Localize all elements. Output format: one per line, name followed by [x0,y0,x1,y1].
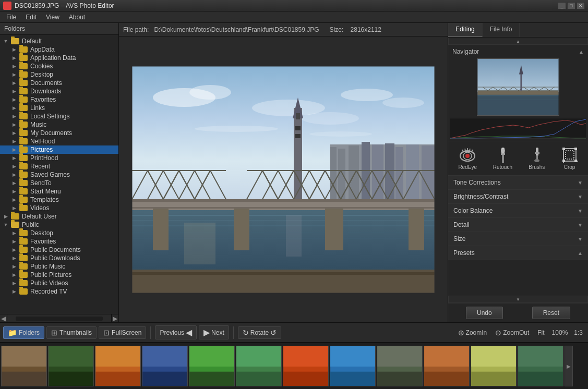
undo-button[interactable]: Undo [466,307,503,319]
horizontal-scrollbar-track[interactable] [16,317,103,321]
tree-expander-start_menu[interactable]: ▶ [10,188,18,195]
thumbnail-1[interactable] [1,346,47,386]
accordion-presets-header[interactable]: Presets ▲ [448,246,588,260]
tree-item-pictures[interactable]: ▶Pictures [0,145,118,154]
tree-item-pub_downloads[interactable]: ▶Public Downloads [0,254,118,262]
tree-item-appdata2[interactable]: ▶Application Data [0,54,118,62]
thumbnail-next-arrow[interactable]: ▶ [565,346,573,386]
tree-item-printhood[interactable]: ▶PrintHood [0,154,118,162]
tree-item-pub_pictures[interactable]: ▶Public Pictures [0,271,118,279]
tree-expander-pub_downloads[interactable]: ▶ [10,254,18,262]
tree-item-sendto[interactable]: ▶SendTo [0,179,118,187]
tree-item-templates[interactable]: ▶Templates [0,196,118,204]
tree-item-pub_music[interactable]: ▶Public Music [0,262,118,271]
tree-expander-appdata[interactable]: ▶ [10,46,18,53]
tree-expander-recorded_tv[interactable]: ▶ [10,288,18,295]
tree-expander-public[interactable]: ▼ [2,221,9,228]
tree-expander-cookies[interactable]: ▶ [10,63,18,70]
thumbnails-button[interactable]: ⊞ Thumbnails [46,326,97,339]
accordion-size-header[interactable]: Size ▼ [448,232,588,246]
accordion-detail-header[interactable]: Detail ▼ [448,218,588,232]
tree-expander-pictures[interactable]: ▶ [10,146,18,153]
thumbnail-7[interactable] [283,346,329,386]
menu-view[interactable]: View [42,13,64,22]
tree-item-start_menu[interactable]: ▶Start Menu [0,187,118,196]
previous-button[interactable]: Previous ◀ [155,325,197,339]
tree-expander-links[interactable]: ▶ [10,104,18,112]
menu-edit[interactable]: Edit [21,13,41,22]
minimize-button[interactable]: _ [558,2,566,9]
left-scrollbar[interactable]: ◀ ▶ [0,314,118,322]
tree-expander-documents[interactable]: ▶ [10,79,18,87]
tree-item-my_documents[interactable]: ▶My Documents [0,129,118,137]
maximize-button[interactable]: □ [567,2,575,9]
tree-expander-local_settings[interactable]: ▶ [10,113,18,120]
tree-item-nethood[interactable]: ▶NetHood [0,137,118,145]
tree-item-music[interactable]: ▶Music [0,120,118,129]
tree-item-videos[interactable]: ▶Videos [0,204,118,212]
tree-expander-pub_pictures[interactable]: ▶ [10,271,18,278]
tree-item-desktop[interactable]: ▶Desktop [0,70,118,79]
rotate-button[interactable]: ↻ Rotate ↺ [238,326,281,339]
tree-expander-my_documents[interactable]: ▶ [10,129,18,137]
tree-item-default_user[interactable]: ▶Default User [0,212,118,221]
tree-expander-templates[interactable]: ▶ [10,196,18,203]
close-button[interactable]: ✕ [577,2,585,9]
fullscreen-button[interactable]: ⊡ FullScreen [99,326,146,339]
fit-button[interactable]: Fit [534,328,547,337]
tree-expander-pub_videos[interactable]: ▶ [10,279,18,287]
tree-expander-default_user[interactable]: ▶ [2,213,9,220]
tree-item-favorites[interactable]: ▶Favorites [0,95,118,104]
tree-expander-desktop[interactable]: ▶ [10,71,18,78]
menu-about[interactable]: About [65,13,89,22]
menu-file[interactable]: File [2,13,20,22]
right-scroll-down[interactable]: ▼ [448,296,588,303]
tree-item-public[interactable]: ▼Public [0,221,118,229]
tree-expander-default[interactable]: ▼ [2,38,9,45]
tab-file-info[interactable]: File Info [483,23,520,37]
tree-item-documents[interactable]: ▶Documents [0,79,118,87]
tree-expander-downloads[interactable]: ▶ [10,88,18,95]
tree-item-default[interactable]: ▼Default [0,37,118,45]
accordion-brightness-header[interactable]: Brightness/Contrast ▼ [448,190,588,203]
folder-tree[interactable]: ▼Default▶AppData▶Application Data▶Cookie… [0,35,118,314]
tool-redeye[interactable]: RedEye [455,144,480,172]
tree-expander-videos[interactable]: ▶ [10,204,18,212]
tree-expander-music[interactable]: ▶ [10,121,18,128]
thumbnail-3[interactable] [95,346,141,386]
tree-item-appdata[interactable]: ▶AppData [0,45,118,54]
reset-button[interactable]: Reset [532,307,570,319]
tree-item-pub_favorites[interactable]: ▶Favorites [0,237,118,246]
tool-retouch[interactable]: Retouch [490,144,515,172]
tree-item-links[interactable]: ▶Links [0,104,118,112]
tree-expander-printhood[interactable]: ▶ [10,154,18,162]
tree-expander-pub_desktop[interactable]: ▶ [10,229,18,237]
tree-expander-appdata2[interactable]: ▶ [10,54,18,62]
thumbnail-4[interactable] [142,346,188,386]
tree-item-local_settings[interactable]: ▶Local Settings [0,112,118,120]
tree-expander-pub_music[interactable]: ▶ [10,263,18,270]
thumbnail-9[interactable] [377,346,423,386]
tree-expander-sendto[interactable]: ▶ [10,179,18,187]
tree-item-pub_videos[interactable]: ▶Public Videos [0,279,118,287]
tree-expander-nethood[interactable]: ▶ [10,138,18,145]
thumbnail-12[interactable] [518,346,563,386]
folders-button[interactable]: 📁 Folders [3,326,44,339]
tree-expander-saved_games[interactable]: ▶ [10,171,18,178]
thumbnail-11[interactable] [471,346,517,386]
zoom-in-button[interactable]: ⊕ ZoomIn [455,327,490,338]
tab-editing[interactable]: Editing [448,23,483,37]
image-viewport[interactable] [119,37,448,322]
thumbnail-2[interactable] [48,346,94,386]
tree-item-recorded_tv[interactable]: ▶Recorded TV [0,287,118,296]
accordion-tone-header[interactable]: Tone Corrections ▼ [448,176,588,189]
tree-item-pub_documents[interactable]: ▶Public Documents [0,246,118,254]
thumbnail-8[interactable] [330,346,376,386]
tool-crop[interactable]: Crop [558,144,581,172]
thumbnail-5[interactable] [189,346,235,386]
right-scroll-up[interactable]: ▲ [448,38,588,45]
tree-expander-pub_favorites[interactable]: ▶ [10,238,18,245]
tree-item-pub_desktop[interactable]: ▶Desktop [0,229,118,237]
tree-expander-pub_documents[interactable]: ▶ [10,246,18,253]
tree-item-cookies[interactable]: ▶Cookies [0,62,118,70]
